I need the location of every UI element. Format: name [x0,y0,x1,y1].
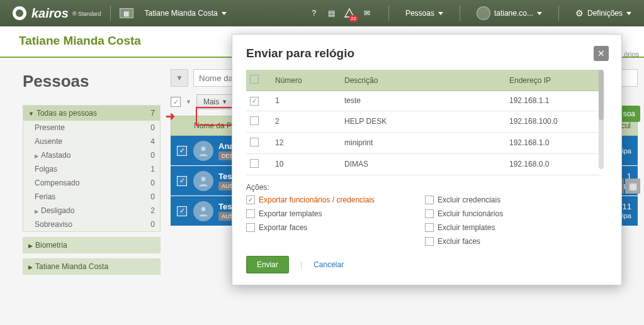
filter-group-owner: ▶Tatiane Mianda Costa [23,258,161,275]
mais-button-label: Mais [203,97,219,106]
row-checkbox[interactable] [250,159,259,168]
row-checkbox[interactable] [250,116,259,125]
checkbox[interactable]: ✓ [246,196,255,204]
clock-row[interactable]: ✓1teste192.168.1.1 [246,91,600,111]
separator [460,6,460,21]
settings-label: Definições [587,9,623,18]
filter-label: Tatiane Mianda Costa [35,262,108,271]
row-checkbox[interactable]: ✓ [177,146,187,156]
action-export-faces[interactable]: Exportar faces [246,223,375,232]
avatar-icon [193,171,213,191]
caret-down-icon[interactable]: ▼ [186,99,191,105]
separator [558,6,559,21]
actions-label: Ações: [246,183,609,192]
logo-icon [13,6,26,20]
filter-item-afastado[interactable]: ▶Afastado0 [23,148,160,162]
caret-down-icon [222,12,227,15]
filter-label: Todas as pessoas [37,109,97,118]
section-heading: Pessoas [23,72,161,91]
checkbox[interactable] [425,223,434,232]
clock-table: Número Descrição Endereço IP ✓1teste192.… [246,70,600,175]
checkbox[interactable] [425,196,434,204]
separator [388,6,389,21]
svg-point-2 [201,207,206,211]
checkbox[interactable] [425,237,434,246]
filter-item-presente[interactable]: Presente0 [23,121,160,135]
grid-view-icon[interactable]: ▦ [625,179,640,194]
filter-item-ausente[interactable]: Ausente4 [23,135,160,148]
select-all-checkbox[interactable]: ✓ [171,97,181,107]
action-delete-templates[interactable]: Excluir templates [425,223,503,232]
caret-down-icon [626,12,631,15]
filter-item-desligado[interactable]: ▶Desligado2 [23,204,160,218]
filter-item-sobreaviso[interactable]: Sobreaviso0 [23,218,160,231]
avatar-icon [193,201,213,221]
clock-row[interactable]: 2HELP DESK192.168.100.0 [246,111,600,132]
logo[interactable]: kairos ® Standard [13,6,101,21]
header-checkbox[interactable] [250,75,259,84]
alert-icon[interactable]: 22 [344,8,354,18]
checkbox[interactable] [246,209,255,218]
clock-row[interactable]: 12miniprint192.168.1.0 [246,132,600,153]
scrollbar[interactable] [599,70,604,169]
cancel-button[interactable]: Cancelar [314,260,344,269]
filter-count: 7 [150,109,155,118]
help-icon[interactable]: ? [309,8,319,18]
svg-point-1 [201,177,206,181]
sidebar: Pessoas ▼Todas as pessoas 7 Presente0 Au… [0,58,167,280]
filter-group-all: ▼Todas as pessoas 7 Presente0 Ausente4 ▶… [23,105,161,232]
row-checkbox[interactable]: ✓ [177,206,187,216]
row-checkbox[interactable]: ✓ [177,176,187,186]
col-numero: Número [271,70,341,91]
modal-title: Enviar para relógio [246,47,354,60]
mail-icon[interactable]: ✉ [362,8,372,18]
row-checkbox[interactable] [250,138,259,146]
caret-down-icon [537,12,542,15]
separator [110,6,111,21]
svg-point-0 [201,146,206,151]
topbar: kairos ® Standard ▦ Tatiane Mianda Costa… [0,0,644,26]
filter-item-ferias[interactable]: Ferias0 [23,190,160,204]
checkbox[interactable] [425,209,434,218]
alert-badge: 22 [349,15,358,22]
action-export-employees[interactable]: ✓Exportar funcionários / credenciais [246,196,375,204]
send-button[interactable]: Enviar [246,256,289,273]
dashboard-icon[interactable]: ▦ [120,8,133,18]
filter-head-owner[interactable]: ▶Tatiane Mianda Costa [23,259,160,274]
row-checkbox[interactable]: ✓ [250,97,259,106]
account-label: tatiane.co... [494,9,533,18]
filter-item-compensado[interactable]: Compensado0 [23,176,160,190]
checkbox[interactable] [246,223,255,232]
filter-head-biometria[interactable]: ▶Biometria [23,238,160,253]
avatar-icon [193,141,213,161]
filter-head-all[interactable]: ▼Todas as pessoas 7 [23,106,160,121]
filter-group-biometria: ▶Biometria [23,237,161,253]
caret-down-icon [438,12,443,15]
logo-text: kairos [31,6,69,21]
separator: | [300,260,302,269]
settings-menu[interactable]: ⚙ Definições [575,8,631,18]
account-menu[interactable]: tatiane.co... [477,6,542,20]
breadcrumb-user[interactable]: Tatiane Mianda Costa [145,9,227,18]
action-delete-employees[interactable]: Excluir funcionários [425,209,503,218]
logo-subtitle: ® Standard [72,11,101,17]
red-arrow-icon: ➜ [166,109,175,123]
action-delete-faces[interactable]: Excluir faces [425,237,503,246]
gear-icon: ⚙ [575,8,584,18]
calculator-icon[interactable]: ▤ [327,8,337,18]
scrollbar-thumb[interactable] [599,70,604,120]
action-delete-credentials[interactable]: Excluir credenciais [425,196,503,204]
filter-button[interactable]: ▼ [171,69,188,87]
pessoas-link[interactable]: Pessoas [405,9,443,18]
filter-label: Biometria [35,241,67,250]
breadcrumb-user-label: Tatiane Mianda Costa [145,9,218,18]
avatar-icon [477,6,490,20]
modal-send-to-clock: Enviar para relógio ✕ Número Descrição E… [232,34,622,285]
action-export-templates[interactable]: Exportar templates [246,209,375,218]
filter-item-folgas[interactable]: Folgas1 [23,162,160,176]
close-button[interactable]: ✕ [594,46,609,61]
pessoas-link-label: Pessoas [405,9,434,18]
col-descricao: Descrição [341,70,506,91]
relatorios-link[interactable]: órios [624,50,639,58]
clock-row[interactable]: 10DIMAS192.168.0.0 [246,153,600,175]
